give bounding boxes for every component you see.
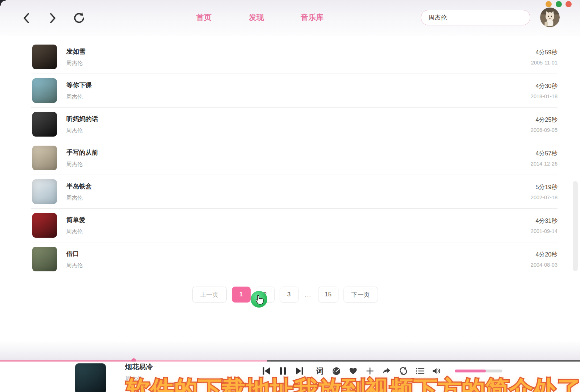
song-row[interactable]: 听妈妈的话 周杰伦 4分25秒 2006-09-05 [31, 108, 558, 141]
song-title: 发如雪 [66, 47, 86, 56]
next-page-button[interactable]: 下一页 [344, 287, 378, 303]
album-art[interactable] [32, 78, 57, 103]
song-title: 听妈妈的话 [66, 114, 98, 123]
song-title: 等你下课 [66, 81, 92, 89]
back-button[interactable] [19, 11, 34, 25]
song-duration: 4分25秒 [531, 116, 558, 124]
song-row[interactable]: 发如雪 周杰伦 4分59秒 2005-11-01 [31, 40, 558, 74]
window-corner [0, 0, 6, 6]
song-title: 手写的从前 [66, 148, 98, 157]
forward-button[interactable] [45, 11, 60, 25]
song-artist[interactable]: 周杰伦 [66, 262, 83, 269]
song-title: 简单爱 [66, 216, 86, 224]
page-button-15[interactable]: 15 [318, 287, 338, 303]
search-input[interactable] [421, 10, 530, 25]
album-art[interactable] [32, 112, 57, 137]
page-button-1[interactable]: 1 [232, 287, 251, 303]
album-art[interactable] [32, 146, 57, 170]
cat-avatar-image [540, 8, 560, 27]
song-row[interactable]: 等你下课 周杰伦 4分30秒 2018-01-18 [31, 74, 558, 108]
song-list: 发如雪 周杰伦 4分59秒 2005-11-01 等你下课 周杰伦 4分30秒 … [31, 40, 558, 276]
traffic-light-close[interactable] [565, 1, 572, 7]
song-date: 2005-11-01 [531, 60, 558, 66]
tab-home[interactable]: 首页 [196, 12, 211, 22]
album-art[interactable] [32, 179, 57, 204]
prev-page-button[interactable]: 上一页 [192, 287, 227, 303]
song-title: 半岛铁盒 [66, 182, 92, 191]
traffic-light-zoom[interactable] [556, 1, 562, 7]
song-date: 2006-09-05 [531, 127, 558, 133]
song-date: 2004-08-03 [531, 262, 558, 268]
album-art[interactable] [32, 45, 57, 69]
chevron-left-icon [22, 12, 31, 24]
avatar[interactable] [540, 8, 560, 27]
song-date: 2018-01-18 [531, 93, 558, 99]
song-duration: 4分20秒 [531, 251, 558, 259]
song-row[interactable]: 手写的从前 周杰伦 4分57秒 2014-12-26 [31, 141, 558, 175]
tab-library[interactable]: 音乐库 [301, 12, 324, 22]
song-duration: 4分30秒 [531, 82, 558, 90]
song-artist[interactable]: 周杰伦 [66, 228, 86, 235]
chevron-right-icon [48, 12, 57, 24]
volume-slider[interactable] [455, 370, 502, 372]
page-ellipsis: ... [304, 287, 313, 303]
song-row[interactable]: 借口 周杰伦 4分20秒 2004-08-03 [31, 242, 558, 276]
hand-cursor-icon [255, 295, 264, 307]
video-subtitle-overlay: 软件的下载地址我放到视频下方的简介处了 [126, 374, 580, 392]
song-title: 借口 [66, 249, 83, 258]
page-button-3[interactable]: 3 [280, 287, 299, 303]
now-playing-art[interactable] [75, 363, 106, 392]
tab-discover[interactable]: 发现 [249, 12, 264, 22]
song-artist[interactable]: 周杰伦 [66, 93, 92, 100]
refresh-icon [73, 12, 86, 25]
song-artist[interactable]: 周杰伦 [66, 161, 98, 168]
player-top-fade [0, 341, 580, 360]
song-artist[interactable]: 周杰伦 [66, 195, 92, 201]
topbar: 首页 发现 音乐库 [0, 0, 580, 36]
song-row[interactable]: 半岛铁盒 周杰伦 5分19秒 2002-07-18 [31, 175, 558, 209]
now-playing-title: 烟花易冷 [125, 362, 153, 372]
song-row[interactable]: 简单爱 周杰伦 4分31秒 2001-09-14 [31, 209, 558, 242]
song-duration: 4分31秒 [531, 217, 558, 225]
song-duration: 5分19秒 [531, 183, 558, 191]
app-window: 首页 发现 音乐库 [0, 0, 580, 392]
song-artist[interactable]: 周杰伦 [66, 60, 86, 67]
song-duration: 4分57秒 [531, 150, 558, 158]
scrollbar-thumb[interactable] [573, 181, 578, 271]
song-date: 2014-12-26 [531, 161, 558, 167]
volume-fill [455, 370, 486, 372]
song-date: 2002-07-18 [531, 195, 558, 200]
traffic-light-minimize[interactable] [546, 1, 552, 7]
album-art[interactable] [32, 247, 57, 271]
pagination: 上一页 1 2 3 ... 15 下一页 [0, 287, 575, 303]
album-art[interactable] [32, 213, 57, 238]
song-date: 2001-09-14 [531, 228, 558, 234]
song-duration: 4分59秒 [531, 49, 558, 57]
song-artist[interactable]: 周杰伦 [66, 127, 98, 134]
refresh-button[interactable] [72, 11, 86, 25]
